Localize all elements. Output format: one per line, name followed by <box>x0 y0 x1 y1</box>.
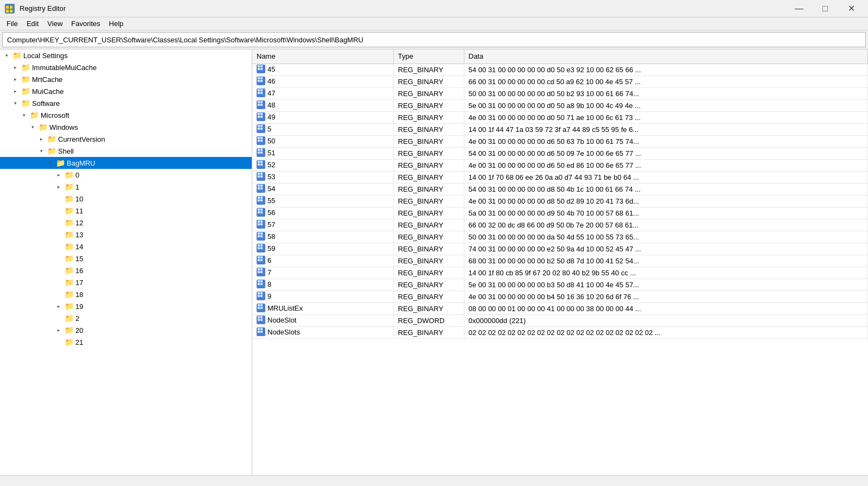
table-row[interactable]: 5REG_BINARY14 00 1f 44 47 1a 03 59 72 3f… <box>252 123 868 135</box>
right-panel[interactable]: Name Type Data 45REG_BINARY54 00 31 00 0… <box>252 49 868 475</box>
tree-node-current-version[interactable]: ▸📁CurrentVersion <box>0 133 252 145</box>
svg-rect-85 <box>258 304 260 306</box>
minimize-button[interactable]: — <box>787 0 812 17</box>
expand-btn-n20[interactable]: ▸ <box>54 326 63 334</box>
table-row[interactable]: 54REG_BINARY54 00 31 00 00 00 00 00 d8 5… <box>252 183 868 195</box>
table-row[interactable]: 51REG_BINARY54 00 31 00 00 00 00 00 d6 5… <box>252 147 868 159</box>
table-row[interactable]: MRUListExREG_BINARY08 00 00 00 01 00 00 … <box>252 302 868 314</box>
tree-node-n2[interactable]: 📁2 <box>0 312 252 324</box>
node-label-software: Software <box>32 99 60 108</box>
expand-btn-bagmru[interactable]: ▾ <box>46 159 54 167</box>
expand-btn-local-settings[interactable]: ▾ <box>2 51 11 60</box>
table-row[interactable]: 50REG_BINARY4e 00 31 00 00 00 00 00 d6 5… <box>252 135 868 147</box>
table-row[interactable]: 8REG_BINARY5e 00 31 00 00 00 00 00 b3 50… <box>252 279 868 291</box>
table-row[interactable]: 53REG_BINARY14 00 1f 70 68 06 ee 26 0a a… <box>252 171 868 183</box>
tree-node-windows[interactable]: ▾📁Windows <box>0 121 252 133</box>
svg-rect-36 <box>260 152 263 154</box>
tree-node-local-settings[interactable]: ▾📁Local Settings <box>0 49 252 61</box>
svg-rect-82 <box>260 292 263 294</box>
cell-type-9: REG_BINARY <box>393 171 464 183</box>
tree-node-mui-cache[interactable]: ▸📁MuiCache <box>0 85 252 97</box>
expand-btn-software[interactable]: ▾ <box>11 99 20 108</box>
tree-node-n10[interactable]: 📁10 <box>0 193 252 205</box>
expand-btn-mrt-cache[interactable]: ▸ <box>11 75 20 84</box>
folder-icon-windows: 📁 <box>39 123 48 131</box>
table-row[interactable]: 58REG_BINARY50 00 31 00 00 00 00 00 da 5… <box>252 231 868 243</box>
folder-icon-n10: 📁 <box>65 194 74 203</box>
svg-rect-96 <box>260 331 263 333</box>
table-row[interactable]: 47REG_BINARY50 00 31 00 00 00 00 00 d0 5… <box>252 87 868 99</box>
close-button[interactable]: ✕ <box>839 0 864 17</box>
tree-node-software[interactable]: ▾📁Software <box>0 97 252 109</box>
tree-node-n13[interactable]: 📁13 <box>0 229 252 241</box>
menu-item-edit[interactable]: Edit <box>22 18 43 29</box>
expand-btn-windows[interactable]: ▾ <box>28 123 37 131</box>
tree-node-n17[interactable]: 📁17 <box>0 276 252 288</box>
cell-type-21: REG_DWORD <box>393 314 464 326</box>
svg-rect-61 <box>258 232 260 235</box>
table-row[interactable]: NodeSlotsREG_BINARY02 02 02 02 02 02 02 … <box>252 326 868 338</box>
tree-node-n12[interactable]: 📁12 <box>0 217 252 229</box>
table-row[interactable]: 49REG_BINARY4e 00 31 00 00 00 00 00 d0 5… <box>252 111 868 123</box>
table-row[interactable]: 48REG_BINARY5e 00 31 00 00 00 00 00 d0 5… <box>252 99 868 111</box>
table-row[interactable]: 46REG_BINARY66 00 31 00 00 00 00 00 cd 5… <box>252 75 868 87</box>
tree-node-mrt-cache[interactable]: ▸📁MrtCache <box>0 73 252 85</box>
folder-icon-n14: 📁 <box>65 242 74 251</box>
expand-btn-microsoft[interactable]: ▾ <box>20 111 28 119</box>
maximize-button[interactable]: □ <box>813 0 838 17</box>
svg-rect-8 <box>260 68 263 70</box>
svg-rect-10 <box>260 77 263 79</box>
tree-node-n15[interactable]: 📁15 <box>0 253 252 264</box>
expand-btn-current-version[interactable]: ▸ <box>37 135 46 143</box>
svg-rect-49 <box>258 197 260 199</box>
address-bar[interactable]: Computer\HKEY_CURRENT_USER\Software\Clas… <box>2 32 866 47</box>
tree-panel[interactable]: ▾📁Local Settings▸📁ImmutableMuiCache▸📁Mrt… <box>0 49 252 475</box>
tree-node-n11[interactable]: 📁11 <box>0 205 252 217</box>
tree-node-n18[interactable]: 📁18 <box>0 288 252 300</box>
folder-icon-n20: 📁 <box>65 326 74 334</box>
table-row[interactable]: 59REG_BINARY74 00 31 00 00 00 00 00 e2 5… <box>252 243 868 255</box>
tree-node-shell[interactable]: ▾📁Shell <box>0 145 252 157</box>
folder-icon-n13: 📁 <box>65 230 74 239</box>
table-row[interactable]: 57REG_BINARY66 00 32 00 dc d8 66 00 d9 5… <box>252 219 868 231</box>
menu-item-file[interactable]: File <box>2 18 22 29</box>
table-row[interactable]: 7REG_BINARY14 00 1f 80 cb 85 9f 67 20 02… <box>252 267 868 279</box>
menu-item-favorites[interactable]: Favorites <box>67 18 104 29</box>
cell-type-3: REG_BINARY <box>393 99 464 111</box>
table-row[interactable]: 55REG_BINARY4e 00 31 00 00 00 00 00 d8 5… <box>252 195 868 207</box>
tree-node-bagmru[interactable]: ▾📁BagMRU <box>0 157 252 169</box>
tree-node-n16[interactable]: 📁16 <box>0 264 252 276</box>
svg-rect-11 <box>258 80 260 82</box>
folder-icon-n1: 📁 <box>65 182 74 191</box>
table-row[interactable]: 45REG_BINARY54 00 31 00 00 00 00 00 d0 5… <box>252 64 868 75</box>
expand-btn-shell[interactable]: ▾ <box>37 147 46 155</box>
tree-node-n20[interactable]: ▸📁20 <box>0 324 252 336</box>
table-row[interactable]: NodeSlotREG_DWORD0x000000dd (221) <box>252 314 868 326</box>
tree-node-n0[interactable]: ▸📁0 <box>0 169 252 181</box>
expand-btn-mui-cache[interactable]: ▸ <box>11 87 20 96</box>
folder-icon-n12: 📁 <box>65 218 74 227</box>
tree-node-n19[interactable]: ▸📁19 <box>0 300 252 312</box>
table-row[interactable]: 56REG_BINARY5a 00 31 00 00 00 00 00 d9 5… <box>252 207 868 219</box>
table-row[interactable]: 52REG_BINARY4e 00 31 00 00 00 00 00 d6 5… <box>252 159 868 171</box>
menu-item-view[interactable]: View <box>43 18 67 29</box>
expand-btn-immutable-mui-cache[interactable]: ▸ <box>11 63 20 72</box>
cell-name-20: MRUListEx <box>252 302 393 314</box>
tree-node-n21[interactable]: 📁21 <box>0 336 252 348</box>
expand-btn-n0[interactable]: ▸ <box>54 171 63 179</box>
tree-node-n1[interactable]: ▸📁1 <box>0 181 252 193</box>
cell-name-13: 57 <box>252 219 393 231</box>
expand-btn-n1[interactable]: ▸ <box>54 182 63 191</box>
tree-node-microsoft[interactable]: ▾📁Microsoft <box>0 109 252 121</box>
svg-rect-23 <box>258 116 260 118</box>
table-row[interactable]: 6REG_BINARY68 00 31 00 00 00 00 00 b2 50… <box>252 255 868 267</box>
folder-icon-n2: 📁 <box>65 314 74 323</box>
node-label-n1: 1 <box>75 183 79 191</box>
tree-node-immutable-mui-cache[interactable]: ▸📁ImmutableMuiCache <box>0 61 252 73</box>
registry-editor-icon <box>4 3 15 14</box>
reg-value-icon <box>257 65 265 73</box>
table-row[interactable]: 9REG_BINARY4e 00 31 00 00 00 00 00 b4 50… <box>252 291 868 302</box>
menu-item-help[interactable]: Help <box>105 18 128 29</box>
expand-btn-n19[interactable]: ▸ <box>54 302 63 311</box>
tree-node-n14[interactable]: 📁14 <box>0 241 252 253</box>
